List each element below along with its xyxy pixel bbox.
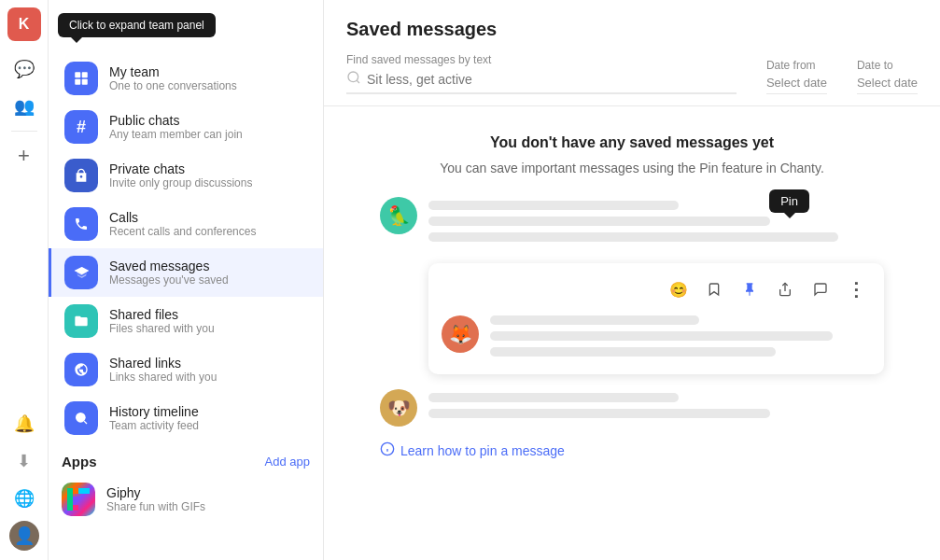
msg-line	[428, 201, 679, 210]
msg-lines-1	[428, 197, 884, 248]
msg-line	[490, 347, 776, 357]
svg-rect-10	[78, 488, 90, 494]
learn-link-text: Learn how to pin a message	[400, 443, 565, 458]
shared-links-title: Shared links	[109, 356, 217, 371]
date-to-label: Date to	[857, 59, 918, 72]
msg-line	[428, 232, 838, 242]
avatar-1: 🦜	[380, 197, 417, 234]
public-chats-subtitle: Any team member can join	[109, 128, 243, 141]
my-team-subtitle: One to one conversations	[109, 79, 237, 92]
date-from-section: Date from Select date	[766, 59, 827, 94]
history-timeline-icon	[64, 401, 98, 435]
saved-messages-text: Saved messages Messages you've saved	[109, 259, 229, 287]
emoji-button[interactable]: 😊	[664, 274, 694, 304]
message-row-3: 🐶	[380, 389, 884, 427]
shared-files-text: Shared files Files shared with you	[109, 307, 215, 335]
my-team-title: My team	[109, 64, 237, 79]
globe-icon[interactable]: 🌐	[7, 482, 41, 515]
calls-title: Calls	[109, 210, 256, 225]
sidebar-item-history-timeline[interactable]: History timeline Team activity feed	[49, 394, 323, 442]
main-body: You don't have any saved messages yet Yo…	[324, 106, 940, 560]
add-icon[interactable]: +	[7, 139, 41, 173]
apps-section: Apps Add app	[49, 442, 323, 475]
rail-bottom: 🔔 ⬇ 🌐 👤	[7, 407, 41, 560]
main-content: Saved messages Find saved messages by te…	[324, 0, 940, 560]
saved-messages-icon	[64, 256, 98, 289]
action-content: 🦊	[442, 315, 871, 363]
svg-rect-0	[75, 72, 80, 77]
svg-rect-7	[73, 488, 78, 494]
giphy-icon	[62, 483, 95, 516]
icon-rail: K 💬 👥 + 🔔 ⬇ 🌐 👤	[0, 0, 49, 560]
search-label: Find saved messages by text	[346, 53, 737, 66]
sidebar-item-my-team[interactable]: My team One to one conversations	[49, 54, 323, 103]
learn-link[interactable]: Learn how to pin a message	[380, 441, 884, 460]
shared-files-icon	[64, 304, 98, 338]
share-button[interactable]	[770, 274, 800, 304]
svg-rect-8	[73, 497, 78, 502]
search-input-wrap	[346, 70, 737, 94]
sidebar-item-shared-links[interactable]: Shared links Links shared with you	[49, 345, 323, 394]
sidebar-item-public-chats[interactable]: # Public chats Any team member can join	[49, 103, 323, 151]
empty-state: You don't have any saved messages yet Yo…	[440, 134, 824, 178]
private-chats-text: Private chats Invite only group discussi…	[109, 161, 252, 189]
action-toolbar: 😊 ⋮	[442, 274, 871, 304]
empty-title: You don't have any saved messages yet	[440, 134, 824, 151]
sidebar-item-shared-files[interactable]: Shared files Files shared with you	[49, 297, 323, 345]
saved-messages-title: Saved messages	[109, 259, 229, 273]
my-team-icon	[64, 62, 98, 95]
saved-messages-subtitle: Messages you've saved	[109, 273, 229, 287]
msg-line	[428, 409, 770, 418]
shared-links-subtitle: Links shared with you	[109, 371, 217, 384]
history-timeline-title: History timeline	[109, 404, 199, 419]
msg-line	[490, 331, 833, 341]
private-chats-icon	[64, 159, 98, 192]
svg-rect-6	[67, 488, 73, 511]
more-button[interactable]: ⋮	[841, 274, 871, 304]
download-icon[interactable]: ⬇	[7, 444, 41, 478]
calls-text: Calls Recent calls and conferences	[109, 210, 256, 238]
user-avatar-badge[interactable]: K	[7, 7, 41, 41]
avatar-2: 🦊	[442, 315, 479, 353]
date-to-section: Date to Select date	[857, 59, 918, 94]
add-app-button[interactable]: Add app	[265, 455, 310, 469]
chat-icon[interactable]: 💬	[7, 52, 41, 86]
public-chats-icon: #	[64, 110, 98, 144]
sidebar-item-private-chats[interactable]: Private chats Invite only group discussi…	[49, 151, 323, 200]
svg-rect-2	[75, 79, 80, 85]
sidebar-nav: My team One to one conversations # Publi…	[49, 54, 323, 442]
bell-icon[interactable]: 🔔	[7, 407, 41, 441]
search-icon	[346, 70, 361, 89]
msg-line	[428, 217, 770, 226]
sidebar-item-calls[interactable]: Calls Recent calls and conferences	[49, 200, 323, 248]
msg-line	[428, 393, 679, 402]
reply-button[interactable]	[806, 274, 835, 304]
user-profile-icon[interactable]: 👤	[7, 519, 41, 553]
svg-point-11	[348, 72, 358, 82]
bookmark-button[interactable]	[699, 274, 729, 304]
date-to-select[interactable]: Select date	[857, 76, 918, 94]
svg-rect-1	[82, 72, 88, 77]
shared-files-title: Shared files	[109, 307, 215, 322]
team-icon[interactable]: 👥	[7, 90, 41, 123]
sidebar-item-saved-messages[interactable]: Saved messages Messages you've saved	[49, 248, 323, 297]
search-section: Find saved messages by text	[346, 53, 737, 94]
pin-tooltip: Pin	[769, 189, 809, 213]
apps-label: Apps	[62, 454, 97, 469]
shared-files-subtitle: Files shared with you	[109, 322, 215, 335]
my-team-text: My team One to one conversations	[109, 64, 237, 92]
history-timeline-subtitle: Team activity feed	[109, 419, 199, 432]
page-title: Saved messages	[346, 19, 918, 40]
svg-marker-4	[75, 267, 89, 274]
date-from-label: Date from	[766, 59, 827, 72]
date-from-select[interactable]: Select date	[766, 76, 827, 94]
public-chats-title: Public chats	[109, 113, 243, 128]
giphy-subtitle: Share fun with GIFs	[106, 500, 205, 513]
pin-button[interactable]	[735, 274, 765, 304]
public-chats-text: Public chats Any team member can join	[109, 113, 243, 141]
sidebar: Click to expand team panel My team One t…	[49, 0, 324, 560]
avatar-3: 🐶	[380, 389, 417, 427]
svg-point-5	[76, 413, 86, 423]
search-input[interactable]	[367, 72, 737, 87]
app-item-giphy[interactable]: Giphy Share fun with GIFs	[49, 475, 323, 524]
